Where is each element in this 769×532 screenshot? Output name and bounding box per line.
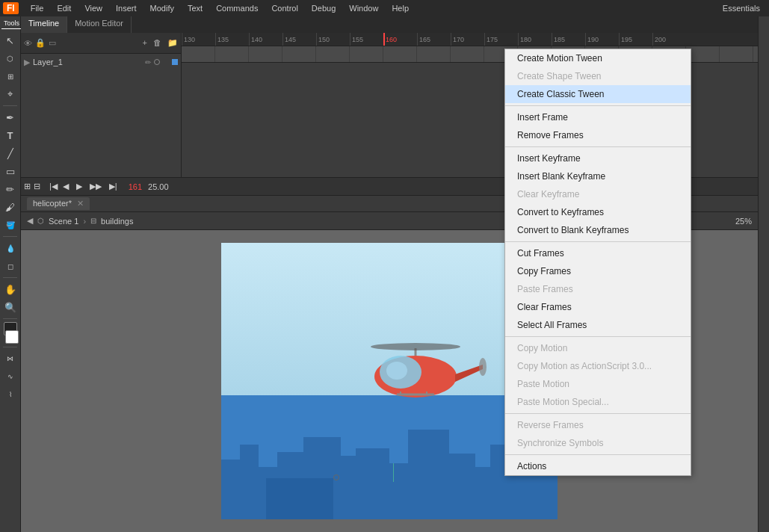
layers-panel: 👁 🔒 ▭ + 🗑 📁 ▶ Layer_1 ✏ <box>21 33 182 177</box>
to-last-btn[interactable]: ▶| <box>109 182 117 191</box>
rect-tool[interactable]: ▭ <box>2 163 19 179</box>
select-tool[interactable]: ↖ <box>2 32 19 49</box>
pencil-edit-icon: ✏ <box>145 58 151 66</box>
ctx-item-remove-frames[interactable]: Remove Frames <box>505 126 691 144</box>
menu-view[interactable]: View <box>78 2 108 14</box>
pencil-tool[interactable]: ✏ <box>2 181 19 197</box>
mark-180: 180 <box>518 33 552 46</box>
step-back-btn[interactable]: ◀ <box>63 182 69 191</box>
context-menu: Create Motion TweenCreate Shape TweenCre… <box>504 49 691 476</box>
building-7 <box>356 448 389 519</box>
ctx-item-insert-blank-keyframe[interactable]: Insert Blank Keyframe <box>505 167 691 185</box>
menu-debug[interactable]: Debug <box>306 2 342 14</box>
helicopter-svg <box>345 326 494 430</box>
mark-185: 185 <box>552 33 585 46</box>
ctx-item-copy-motion-as-actionscript-3-0---: Copy Motion as ActionScript 3.0... <box>505 357 691 375</box>
hand-tool[interactable]: ✋ <box>2 281 19 297</box>
mark-135: 135 <box>215 33 249 46</box>
ctx-item-paste-motion-special---: Paste Motion Special... <box>505 393 691 411</box>
outline-icon: ▭ <box>49 38 56 48</box>
menu-commands[interactable]: Commands <box>210 2 264 14</box>
zoom-tool[interactable]: 🔍 <box>2 299 19 315</box>
paint-bucket[interactable]: 🪣 <box>2 217 19 233</box>
ctx-item-cut-frames[interactable]: Cut Frames <box>505 244 691 262</box>
free-transform-tool[interactable]: ⊞ <box>2 68 19 84</box>
ctx-item-insert-frame[interactable]: Insert Frame <box>505 108 691 126</box>
eye-dot <box>154 59 160 65</box>
ctx-item-copy-motion: Copy Motion <box>505 339 691 357</box>
timeline-ruler: 130 135 140 145 150 155 160 165 170 175 … <box>182 33 758 46</box>
ctx-separator-18 <box>505 336 691 337</box>
ctx-separator-6 <box>505 146 691 147</box>
eraser-tool[interactable]: ◻ <box>2 258 19 274</box>
stage-tab-label: helicopter* <box>33 199 72 208</box>
fill-color[interactable] <box>5 330 19 344</box>
building-10 <box>445 454 475 519</box>
delete-layer-btn[interactable]: ⊟ <box>34 182 40 191</box>
text-tool[interactable]: T <box>2 127 19 143</box>
straighten-button[interactable]: ⌇ <box>2 386 19 403</box>
brush-tool[interactable]: 🖌 <box>2 199 19 215</box>
lasso-tool[interactable]: ⌖ <box>2 86 19 102</box>
to-first-btn[interactable]: |◀ <box>49 182 58 191</box>
breadcrumb-layer[interactable]: buildings <box>101 217 133 226</box>
ctx-item-convert-to-keyframes[interactable]: Convert to Keyframes <box>505 203 691 221</box>
workspace-label: Essentials <box>717 2 766 14</box>
ruler-marks: 130 135 140 145 150 155 160 165 170 175 … <box>182 33 758 46</box>
ctx-item-create-classic-tween[interactable]: Create Classic Tween <box>505 85 691 103</box>
add-layer-btn[interactable]: ⊞ <box>24 182 31 191</box>
layers-header: 👁 🔒 ▭ + 🗑 📁 <box>21 33 181 54</box>
lock-dot <box>163 59 169 65</box>
close-tab-icon[interactable]: ✕ <box>77 199 84 208</box>
layer-row[interactable]: ▶ Layer_1 ✏ <box>21 54 181 70</box>
menu-file[interactable]: File <box>25 2 50 14</box>
ctx-item-insert-keyframe[interactable]: Insert Keyframe <box>505 149 691 167</box>
timeline-tab[interactable]: Timeline <box>21 16 67 33</box>
smooth-button[interactable]: ∿ <box>2 368 19 385</box>
ctx-item-convert-to-blank-keyframes[interactable]: Convert to Blank Keyframes <box>505 221 691 239</box>
ctx-item-clear-keyframe: Clear Keyframe <box>505 185 691 203</box>
svg-point-6 <box>479 358 487 376</box>
mark-155: 155 <box>350 33 383 46</box>
ctx-item-copy-frames[interactable]: Copy Frames <box>505 262 691 280</box>
eyedropper-tool[interactable]: 💧 <box>2 240 19 256</box>
zoom-label: 25% <box>735 217 752 226</box>
play-btn[interactable]: ▶ <box>76 182 82 191</box>
ctx-item-select-all-frames[interactable]: Select All Frames <box>505 316 691 334</box>
mark-170: 170 <box>451 33 484 46</box>
menu-text[interactable]: Text <box>182 2 209 14</box>
motion-editor-tab[interactable]: Motion Editor <box>67 16 132 33</box>
back-arrow-icon[interactable]: ◀ <box>27 216 33 226</box>
breadcrumb-scene[interactable]: Scene 1 <box>49 217 78 226</box>
lock-icon: 🔒 <box>35 38 46 48</box>
ctx-item-clear-frames[interactable]: Clear Frames <box>505 298 691 316</box>
mark-145: 145 <box>282 33 316 46</box>
ctx-separator-26 <box>505 454 691 455</box>
mark-165: 165 <box>417 33 451 46</box>
menu-help[interactable]: Help <box>386 2 415 14</box>
subselect-tool[interactable]: ⬡ <box>2 50 19 66</box>
svg-marker-5 <box>455 365 483 382</box>
menu-window[interactable]: Window <box>343 2 384 14</box>
add-layer-icon[interactable]: + <box>143 38 147 48</box>
menu-insert[interactable]: Insert <box>110 2 143 14</box>
mark-150: 150 <box>316 33 350 46</box>
ctx-separator-23 <box>505 413 691 414</box>
tools-tab[interactable]: Tools <box>1 18 22 29</box>
menu-edit[interactable]: Edit <box>51 2 77 14</box>
stage-tab[interactable]: helicopter* ✕ <box>27 197 90 210</box>
line-tool[interactable]: ╱ <box>2 145 19 161</box>
pen-tool[interactable]: ✒ <box>2 109 19 126</box>
breadcrumb-sep: › <box>83 217 86 226</box>
delete-layer-icon[interactable]: 🗑 <box>153 38 161 48</box>
layer-folder-icon[interactable]: 📁 <box>167 38 178 48</box>
ctx-item-create-motion-tween[interactable]: Create Motion Tween <box>505 49 691 67</box>
right-panel <box>758 16 769 532</box>
playhead[interactable] <box>383 33 385 46</box>
menu-control[interactable]: Control <box>265 2 303 14</box>
snap-button[interactable]: ⋈ <box>2 350 19 367</box>
step-fwd-btn[interactable]: ▶▶ <box>90 182 102 191</box>
menu-modify[interactable]: Modify <box>144 2 180 14</box>
app-logo: Fl <box>3 2 19 14</box>
ctx-item-actions[interactable]: Actions <box>505 457 691 475</box>
